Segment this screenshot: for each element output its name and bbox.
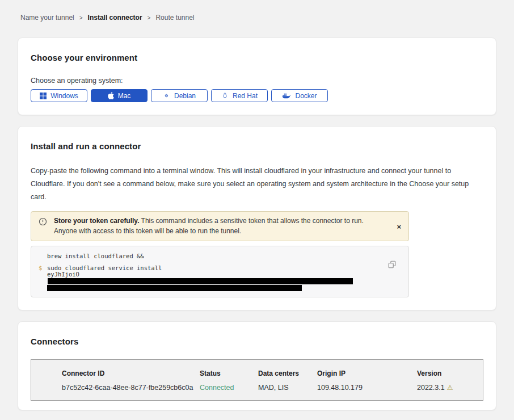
docker-icon (282, 93, 291, 99)
header-status: Status (200, 369, 258, 377)
redacted-token-bar (48, 278, 353, 284)
os-button-group: Windows Mac Debian Red Hat Docker (31, 89, 483, 102)
install-description: Copy-paste the following command into a … (31, 165, 483, 204)
redhat-icon (221, 92, 229, 99)
os-button-docker[interactable]: Docker (271, 89, 328, 102)
table-header-row: Connector ID Status Data centers Origin … (62, 369, 477, 377)
token-prefix: eyJhIjoiO (47, 271, 79, 278)
os-select-label: Choose an operating system: (31, 77, 483, 85)
os-button-label: Docker (295, 92, 317, 100)
os-button-debian[interactable]: Debian (151, 89, 208, 102)
command-text: sudo cloudflared service install (47, 264, 162, 271)
status-badge: Connected (200, 384, 258, 392)
install-command-block: brew install cloudflared && $ sudo cloud… (31, 246, 409, 297)
cell-connector-id: b7c52c42-6caa-48ee-8c77-fbe259cb6c0a (62, 384, 200, 392)
connectors-card: Connectors Connector ID Status Data cent… (18, 321, 496, 410)
header-connector-id: Connector ID (62, 369, 200, 377)
header-origin-ip: Origin IP (317, 369, 417, 377)
environment-card-title: Choose your environment (31, 53, 483, 62)
close-icon[interactable]: × (394, 221, 403, 231)
os-button-label: Windows (50, 92, 78, 100)
warning-triangle-icon: ⚠ (447, 384, 453, 392)
cell-version: 2022.3.1⚠ (417, 384, 477, 392)
install-card-title: Install and run a connector (31, 141, 483, 151)
os-button-label: Red Hat (233, 92, 258, 100)
debian-icon (163, 92, 170, 99)
connectors-table: Connector ID Status Data centers Origin … (31, 359, 483, 401)
breadcrumb-route-tunnel[interactable]: Route tunnel (155, 14, 194, 22)
redacted-token-bar (47, 285, 302, 291)
chevron-separator-icon: > (79, 15, 83, 21)
os-button-redhat[interactable]: Red Hat (211, 89, 268, 102)
os-button-mac[interactable]: Mac (91, 89, 148, 102)
install-connector-card: Install and run a connector Copy-paste t… (18, 126, 496, 310)
os-button-windows[interactable]: Windows (31, 89, 87, 102)
apple-icon (108, 92, 114, 99)
choose-environment-card: Choose your environment Choose an operat… (18, 37, 496, 115)
cell-origin-ip: 109.48.10.179 (317, 384, 417, 392)
alert-circle-icon (39, 217, 47, 226)
command-line-2: $ sudo cloudflared service install eyJhI… (47, 265, 384, 292)
token-warning-banner: Store your token carefully. This command… (31, 211, 409, 241)
breadcrumb-install-connector[interactable]: Install connector (88, 14, 142, 22)
header-data-centers: Data centers (258, 369, 317, 377)
cell-data-centers: MAD, LIS (258, 384, 317, 392)
table-row: b7c52c42-6caa-48ee-8c77-fbe259cb6c0a Con… (62, 384, 477, 392)
windows-icon (40, 93, 47, 99)
os-button-label: Mac (118, 92, 131, 100)
version-value: 2022.3.1 (417, 384, 445, 392)
copy-icon[interactable] (388, 261, 396, 268)
connectors-card-title: Connectors (31, 337, 483, 346)
os-button-label: Debian (174, 92, 196, 100)
shell-prompt: $ (39, 265, 42, 272)
command-line-1: brew install cloudflared && (47, 253, 384, 260)
warning-title: Store your token carefully. (54, 217, 140, 225)
header-version: Version (417, 369, 477, 377)
breadcrumb: Name your tunnel > Install connector > R… (0, 0, 514, 22)
chevron-separator-icon: > (148, 15, 151, 21)
breadcrumb-name-your-tunnel[interactable]: Name your tunnel (20, 14, 74, 22)
